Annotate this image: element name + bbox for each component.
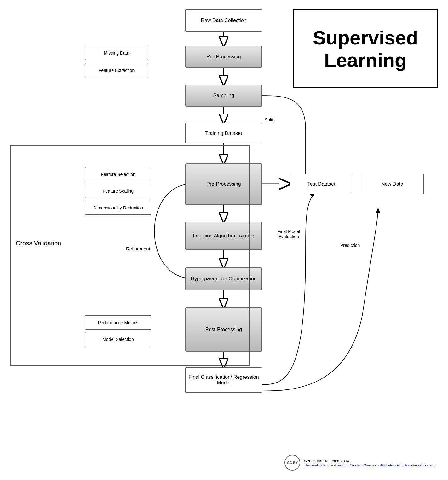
training-dataset-box: Training Dataset (185, 123, 262, 143)
final-classification-box: Final Classification/ Regression Model (185, 367, 262, 393)
cc-icon: CC BY (284, 455, 300, 471)
title-box: Supervised Learning (293, 9, 438, 88)
prediction-label: Prediction (340, 243, 360, 248)
final-model-evaluation-label: Final Model Evaluation (277, 224, 300, 239)
attribution-text: Sebastian Raschka 2014 This work is lice… (304, 459, 435, 467)
missing-data-box: Missing Data (85, 46, 148, 60)
diagram-container: Supervised Learning Raw Data Collection … (0, 0, 448, 480)
raw-data-box: Raw Data Collection (185, 9, 262, 32)
cross-validation-border (10, 145, 250, 366)
split-label: Split (265, 117, 273, 122)
attribution-container: CC BY Sebastian Raschka 2014 This work i… (284, 455, 435, 471)
sampling-box: Sampling (185, 85, 262, 107)
cross-validation-label: Cross Validation (16, 240, 61, 247)
title-text: Supervised Learning (294, 26, 437, 72)
feature-extraction-box: Feature Extraction (85, 63, 148, 77)
pre-processing-top-box: Pre-Processing (185, 46, 262, 68)
test-dataset-box: Test Dataset (290, 174, 353, 194)
new-data-box: New Data (361, 174, 424, 194)
